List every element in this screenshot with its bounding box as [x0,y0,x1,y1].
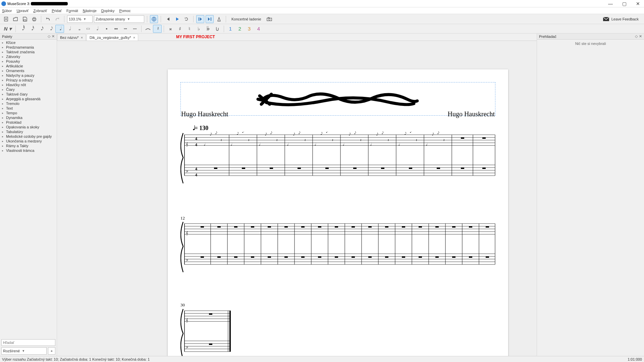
palette-item[interactable]: ▸Tempo [0,111,57,115]
note-input-button[interactable]: N ▾ [2,25,13,33]
svg-text:𝅘𝅥𝅮: 𝅘𝅥𝅮 [293,132,295,136]
palette-item[interactable]: ▸Čiary [0,87,57,92]
palette-item[interactable]: ▸Taktové značenia [0,50,57,54]
play-button[interactable] [173,15,181,23]
staff-system-1[interactable]: 𝄞 𝄢 4 4 4 4 𝅘𝅥𝅘𝅥𝅮𝅘𝅥𝅮� [180,131,496,185]
close-panel-icon[interactable]: ✕ [639,34,642,39]
palette-item[interactable]: ▸Kľúce [0,40,57,45]
menu-format[interactable]: Formát [66,9,78,13]
maximize-button[interactable]: ▢ [622,1,627,6]
note-breve-button[interactable]: ▭ [84,25,92,33]
palette-item[interactable]: ▸Opakovania a skoky [0,125,57,129]
rewind-button[interactable] [164,15,172,23]
voice-2-button[interactable]: 2 [235,25,244,33]
double-sharp-button[interactable]: 𝄪 [166,25,175,33]
composer-left[interactable]: Hugo Hauskrecht [181,110,228,118]
open-button[interactable] [11,15,19,23]
feedback-button[interactable]: Leave Feedback [603,17,642,21]
menu-file[interactable]: Súbor [2,9,12,13]
sharp-button[interactable]: ♯ [175,25,184,33]
note-dot-button[interactable]: 𝅗𝅥. [93,25,102,33]
palette-item[interactable]: ▸Ornaments [0,68,57,73]
view-mode-combo[interactable]: Zobrazenie strany▼ [94,15,144,23]
loop-out-button[interactable] [206,15,214,23]
note-16-button[interactable]: 𝅘𝅥𝅯 [37,25,45,33]
palette-item[interactable]: ▸Tremolo [0,101,57,106]
tab-project[interactable]: Dik_za_vegánske_guľky*× [87,34,138,41]
palette-item[interactable]: ▸Vlastnosti trámca [0,148,57,153]
palette-item[interactable]: ▸Taktové čiary [0,92,57,97]
double-flat-button[interactable]: 𝄫 [204,25,212,33]
undock-icon[interactable]: ◇ [48,34,50,39]
minimize-button[interactable]: — [608,1,613,6]
palette-item[interactable]: ▸Prírazy a odrazy [0,78,57,82]
voice-3-button[interactable]: 3 [245,25,254,33]
redacted-title [31,2,68,5]
save-button[interactable] [21,15,29,23]
note-32-button[interactable]: 𝅘𝅥𝅰 [27,25,36,33]
palette-item[interactable]: ▸Hlavičky nôt [0,82,57,87]
palette-item[interactable]: ▸Zátvorky [0,54,57,59]
close-panel-icon[interactable]: ✕ [52,34,55,39]
menu-plugins[interactable]: Doplnky [101,9,115,13]
palette-item[interactable]: ▸Prstoklad [0,120,57,125]
print-button[interactable] [30,15,38,23]
palette-item[interactable]: ▸Arpeggiá a glissandá [0,97,57,101]
natural-button[interactable]: ♮ [185,25,194,33]
menu-edit[interactable]: Upraviť [16,9,29,13]
loop-button[interactable] [182,15,191,23]
metronome-button[interactable] [215,15,223,23]
score-canvas[interactable]: Hugo Hauskrecht Hugo Hauskrecht 𝅘𝅥 = 130… [57,41,537,356]
redo-button[interactable] [53,15,61,23]
dot-button[interactable]: • [102,25,111,33]
palette-item[interactable]: ▸Tabulatúry [0,129,57,134]
palette-add-button[interactable]: + [48,347,55,355]
tempo-mark[interactable]: 𝅘𝅥 = 130 [193,125,208,132]
note-2-button[interactable]: 𝅗𝅥 [65,25,73,33]
close-button[interactable]: ✕ [636,1,640,6]
menu-tools[interactable]: Nástroje [83,9,97,13]
menu-help[interactable]: Pomoc [119,9,131,13]
note-64-button[interactable]: 𝅘𝅥𝅱 [18,25,26,33]
menu-view[interactable]: Zobraziť [33,9,47,13]
new-button[interactable] [2,15,10,23]
staff-system-3[interactable]: 𝄞 𝄢 [180,307,248,356]
voice-1-button[interactable]: 1 [226,25,235,33]
palette-search-input[interactable] [1,339,55,346]
undo-button[interactable] [44,15,52,23]
palette-item[interactable]: ▸Rámy a Takty [0,143,57,148]
note-4-button[interactable]: 𝅘𝅥 [55,25,64,33]
tab-close-icon[interactable]: × [81,36,83,40]
palette-item[interactable]: ▸Nádychy a pauzy [0,73,57,78]
camera-button[interactable] [265,15,273,23]
triple-dot-button[interactable]: ••• [121,25,130,33]
palette-item[interactable]: ▸Ukončenia a medzery [0,139,57,143]
palette-item[interactable]: ▸Posuvky [0,59,57,64]
palette-item[interactable]: ▸Dynamika [0,115,57,120]
palette-item[interactable]: ▸Predznamenania [0,45,57,50]
undock-icon[interactable]: ◇ [635,34,638,39]
tie-button[interactable] [144,25,152,33]
note-1-button[interactable]: 𝅝 [74,25,83,33]
tab-untitled[interactable]: Bez názvu*× [57,34,86,41]
menu-add[interactable]: Pridať [52,9,62,13]
quad-dot-button[interactable]: •••• [130,25,139,33]
voice-4-button[interactable]: 4 [254,25,263,33]
note-8-button[interactable]: 𝅘𝅥𝅮 [46,25,55,33]
loop-in-button[interactable] [196,15,204,23]
palette-item[interactable]: ▸Text [0,106,57,111]
tab-close-icon[interactable]: × [133,36,135,40]
zoom-combo[interactable]: 133.1%▼ [67,15,93,23]
staff-system-2[interactable]: 𝄞 𝄢 [180,220,496,274]
palette-item[interactable]: ▸Artikulácie [0,64,57,68]
palette-mode-combo[interactable]: Rozšírené▼ [1,347,47,355]
concert-pitch-button[interactable]: Koncertné ladenie [229,17,264,21]
palette-item[interactable]: ▸Melodické ozdoby pre gajdy [0,134,57,139]
double-dot-button[interactable]: •• [112,25,120,33]
svg-text:𝄞: 𝄞 [186,142,188,147]
flip-button[interactable] [213,25,222,33]
rest-button[interactable]: 𝄽 [153,25,162,33]
world-button[interactable] [150,15,158,23]
flat-button[interactable]: ♭ [194,25,203,33]
composer-right[interactable]: Hugo Hauskrecht [447,110,495,118]
